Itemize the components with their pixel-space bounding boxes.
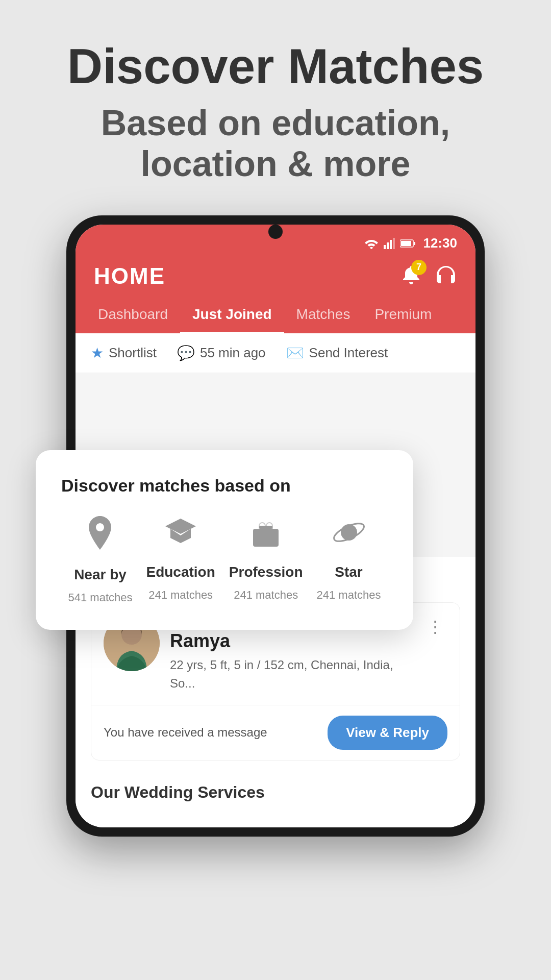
tab-matches[interactable]: Matches <box>284 299 363 333</box>
phone-notch <box>268 225 283 239</box>
member-more-options[interactable]: ⋮ <box>423 615 447 639</box>
wedding-services-title: Our Wedding Services <box>76 771 475 807</box>
education-label: Education <box>146 564 215 580</box>
wifi-icon <box>364 238 379 249</box>
star-label: Star <box>335 564 362 580</box>
signal-icon <box>384 238 395 249</box>
shortlist-star-icon: ★ <box>91 345 104 361</box>
tab-dashboard[interactable]: Dashboard <box>86 299 180 333</box>
hero-title: Discover Matches <box>31 41 520 92</box>
education-count: 241 matches <box>148 589 213 602</box>
member-details: 22 yrs, 5 ft, 5 in / 152 cm, Chennai, In… <box>170 656 413 693</box>
battery-icon <box>400 239 415 248</box>
member-card-footer: You have received a message View & Reply <box>91 705 460 760</box>
nav-tabs: Dashboard Just Joined Matches Premium <box>76 289 475 333</box>
app-header: HOME 7 <box>76 255 475 289</box>
match-star[interactable]: Star 241 matches <box>317 516 381 602</box>
notification-button[interactable]: 7 <box>400 264 422 288</box>
shortlist-bar: ★ Shortlist 💬 55 min ago ✉️ Send Interes… <box>76 333 475 373</box>
headphones-icon <box>435 264 457 286</box>
match-profession[interactable]: Profession 241 matches <box>229 516 303 602</box>
discover-card-title: Discover matches based on <box>61 476 388 496</box>
shortlist-label: Shortlist <box>109 345 157 361</box>
app-title: HOME <box>94 263 165 289</box>
tab-just-joined[interactable]: Just Joined <box>180 299 284 333</box>
tab-premium[interactable]: Premium <box>362 299 444 333</box>
member-name: Ramya <box>170 630 413 652</box>
svg-rect-7 <box>393 238 395 249</box>
header-icons: 7 <box>400 264 457 288</box>
phone-mockup: Discover matches based on Near by 541 ma… <box>66 215 485 837</box>
svg-rect-6 <box>390 240 392 249</box>
send-interest-button[interactable]: ✉️ Send Interest <box>286 345 388 361</box>
time-ago: 💬 55 min ago <box>177 345 266 361</box>
discover-card: Discover matches based on Near by 541 ma… <box>36 450 413 630</box>
education-icon <box>163 516 198 556</box>
time-label: 55 min ago <box>200 345 266 361</box>
mail-icon: ✉️ <box>286 345 304 361</box>
svg-rect-9 <box>414 242 415 245</box>
profession-icon <box>248 516 284 556</box>
star-count: 241 matches <box>317 589 381 602</box>
hero-section: Discover Matches Based on education, loc… <box>0 0 551 215</box>
svg-rect-1 <box>259 526 272 529</box>
view-reply-button[interactable]: View & Reply <box>328 716 447 750</box>
status-time: 12:30 <box>423 235 458 251</box>
svg-rect-0 <box>253 529 279 547</box>
svg-rect-5 <box>387 242 389 249</box>
svg-rect-10 <box>401 241 411 246</box>
message-text: You have received a message <box>104 725 267 740</box>
bottom-pad <box>76 807 475 827</box>
support-button[interactable] <box>435 264 457 288</box>
nearby-label: Near by <box>74 567 127 583</box>
notification-badge: 7 <box>411 260 427 275</box>
profession-label: Profession <box>229 564 303 580</box>
profession-count: 241 matches <box>234 589 298 602</box>
send-interest-label: Send Interest <box>309 345 388 361</box>
match-nearby[interactable]: Near by 541 matches <box>68 516 133 604</box>
svg-rect-4 <box>384 245 386 249</box>
svg-point-2 <box>341 524 357 541</box>
match-options-grid: Near by 541 matches Education 241 matche… <box>61 516 388 604</box>
status-icons <box>364 238 415 249</box>
star-planet-icon <box>331 516 367 556</box>
shortlist-button[interactable]: ★ Shortlist <box>91 345 157 361</box>
chat-icon: 💬 <box>177 345 195 361</box>
location-icon <box>85 516 115 558</box>
hero-subtitle: Based on education, location & more <box>31 103 520 185</box>
match-education[interactable]: Education 241 matches <box>146 516 215 602</box>
nearby-count: 541 matches <box>68 591 133 604</box>
